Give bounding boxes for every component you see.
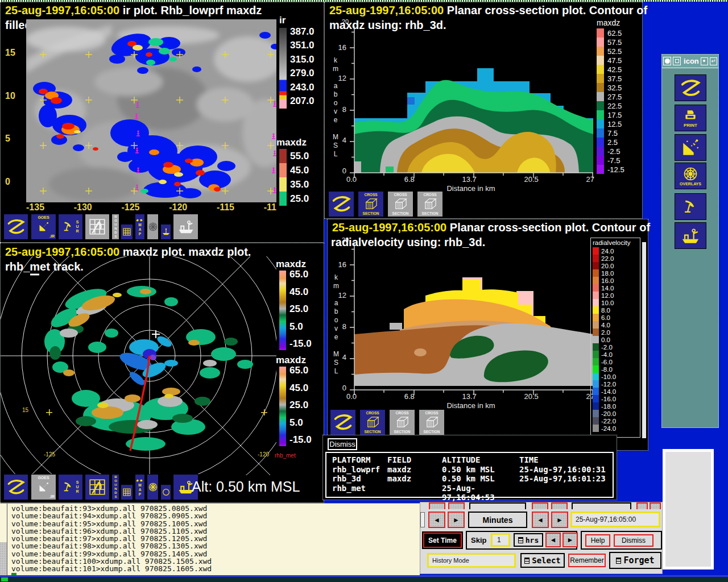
goes-ir-button[interactable]: GOES .IR [31, 214, 56, 240]
select-menu-button[interactable]: Select [520, 553, 565, 568]
cross-label: CROSS [366, 411, 379, 415]
colorbar-value: -2.0 [601, 344, 613, 351]
legend-label: radialvelocity [591, 238, 640, 247]
step-forward-button[interactable]: ► [448, 512, 465, 528]
radar-grid-button[interactable] [85, 214, 110, 240]
zeb-logo-button[interactable] [328, 191, 354, 217]
colorbar-value: 14.0 [601, 285, 614, 292]
time-input[interactable]: 25-Aug-97,16:05:00 [570, 512, 660, 527]
surveillance-radar-button[interactable]: SUR [58, 214, 83, 240]
ship-button[interactable] [173, 214, 198, 240]
bounds-button[interactable]: BOUNDS [111, 474, 119, 500]
step-forward-button[interactable]: ► [551, 512, 568, 528]
terminal-scrollbar[interactable] [0, 504, 7, 577]
map-button[interactable]: MAP [135, 474, 145, 500]
help-button[interactable]: Help [585, 534, 610, 547]
set-time-button[interactable]: Set Time [422, 531, 463, 549]
colorbar-swatch [279, 163, 287, 177]
cross-section-button-active[interactable]: CROSS SECTION [358, 191, 384, 217]
clipped-button[interactable] [532, 502, 548, 509]
step-back-button[interactable]: ◄ [428, 512, 445, 528]
goes-ir-button[interactable]: GOES .IR [31, 474, 56, 500]
colorbar-value: 25.0 [289, 304, 312, 315]
y-tick-label: 0 [342, 384, 346, 392]
colorbar-value: -10.0 [601, 373, 616, 380]
ppi-radar-display[interactable] [1, 256, 276, 475]
colorbar-swatch [597, 92, 604, 101]
cell-time: 25-Aug-97,16:01:23 [519, 474, 613, 484]
dismiss-button[interactable]: Dismiss [614, 534, 653, 547]
colorbar-value: 62.5 [607, 29, 622, 38]
satellite-button[interactable] [675, 134, 706, 161]
xsection-radialvelocity-plot[interactable] [349, 243, 593, 399]
clipped-button[interactable] [650, 502, 661, 509]
colorbar-value: 22.0 [601, 255, 614, 262]
maximize-button[interactable] [701, 57, 708, 65]
units-menu-button[interactable]: hrs [514, 533, 543, 547]
satellite-ir-image[interactable] [26, 19, 276, 202]
clipped-button[interactable] [551, 502, 568, 509]
boat-button[interactable] [160, 224, 171, 240]
circle-button[interactable] [160, 484, 171, 500]
skip-forward-button[interactable]: ► [562, 533, 578, 547]
print-button[interactable]: PRINT [675, 105, 706, 131]
clipped-button[interactable] [636, 502, 648, 509]
cross-section-button[interactable]: CROSS SECTION [417, 191, 443, 217]
scrollbar-thumb[interactable] [0, 542, 7, 577]
radar-grid-button[interactable] [85, 474, 110, 500]
skip-input[interactable]: 1 [491, 533, 510, 547]
xsection-maxdz-plot[interactable] [349, 26, 593, 182]
radar-antenna-button[interactable] [675, 193, 706, 220]
boat-icon [162, 227, 171, 236]
window-title: 25-aug-1997,16:05:00 ir plot. Rhb_lowprf… [5, 4, 262, 17]
grid-button[interactable] [121, 484, 133, 500]
cross-section-button-active[interactable]: CROSS SECTION [359, 409, 386, 435]
clipped-button[interactable] [572, 502, 631, 509]
ship-button[interactable] [675, 222, 706, 249]
grid-button[interactable] [121, 224, 133, 240]
zeb-logo-button[interactable] [330, 409, 356, 435]
forget-menu-button[interactable]: Forget [609, 552, 661, 569]
panel-titlebar[interactable]: icon ↵ [662, 55, 718, 68]
x-tick-label: -130 [74, 202, 92, 213]
cross-section-button[interactable]: CROSS SECTION [389, 409, 415, 435]
help-dismiss-group: Help Dismiss [581, 531, 662, 550]
range-rings-button[interactable] [147, 214, 159, 240]
history-mode-input[interactable]: History Mode [427, 553, 516, 568]
skip-back-button[interactable]: ◄ [545, 533, 561, 547]
menu-circle-button[interactable] [663, 57, 671, 65]
cross-label: CROSS [395, 411, 408, 415]
zeb-logo-button[interactable] [675, 74, 706, 101]
zeb-logo-button[interactable] [3, 214, 28, 240]
bounds-button[interactable]: BOUNDS [111, 214, 119, 240]
zeb-logo-button[interactable] [3, 474, 28, 500]
set-time-label: Set Time [428, 537, 457, 544]
button-fragment[interactable] [420, 512, 425, 527]
range-rings-button[interactable] [147, 474, 159, 500]
overlays-button[interactable]: OVERLAYS [675, 163, 706, 189]
bottom-bar [0, 577, 728, 582]
colorbar-value: -22.0 [601, 418, 616, 425]
colorbar-swatch [597, 128, 604, 138]
terminal-line: volume:beaufait:95>xdump.all 970825.1005… [11, 520, 212, 527]
iconify-button[interactable] [673, 57, 681, 65]
terminal-window[interactable]: volume:beaufait:93>xdump.all 970825.0805… [0, 503, 420, 576]
colorbar-swatch [593, 351, 599, 358]
clipped-button[interactable] [469, 502, 526, 509]
close-button[interactable]: ↵ [710, 57, 717, 65]
desktop: 25-aug-1997,16:05:00 ir plot. Rhb_lowprf… [0, 0, 728, 582]
dismiss-button[interactable]: Dismiss [328, 438, 357, 450]
clipped-button[interactable] [448, 502, 465, 509]
map-label: MAP [138, 223, 142, 236]
step-back-button[interactable]: ◄ [532, 512, 549, 528]
remember-button[interactable]: Remember [568, 554, 606, 567]
cross-section-button[interactable]: CROSS SECTION [419, 409, 445, 435]
minutes-button[interactable]: Minutes [468, 512, 527, 528]
cross-section-button[interactable]: CROSS SECTION [387, 191, 413, 217]
map-button[interactable]: MAP [135, 214, 145, 240]
surveillance-radar-button[interactable]: SUR [58, 474, 83, 500]
timestamp: 25-aug-1997,16:05:00 [332, 221, 446, 234]
clipped-button[interactable] [429, 502, 445, 509]
window-title: 25-aug-1997,16:05:00 maxdz plot. maxdz p… [5, 246, 251, 259]
colorbar-swatch [597, 38, 604, 47]
